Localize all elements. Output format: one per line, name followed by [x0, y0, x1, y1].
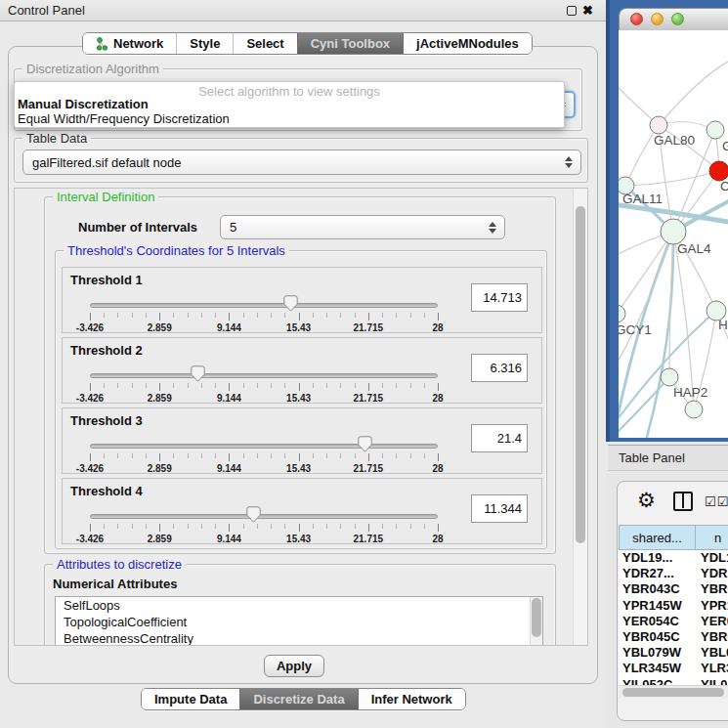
combo-spinner-icon[interactable] — [489, 222, 496, 234]
threshold-value-field[interactable] — [471, 354, 528, 382]
gear-icon[interactable]: ⚙ — [637, 489, 656, 512]
table-data-combobox[interactable]: galFiltered.sif default node — [22, 150, 581, 175]
minimize-traffic-light[interactable] — [651, 13, 664, 25]
slider-tick — [438, 524, 439, 532]
list-scrollbar[interactable] — [530, 597, 542, 646]
slider-tick — [410, 383, 411, 388]
table-hscrollbar-thumb[interactable] — [622, 688, 724, 697]
attribute-list-item[interactable]: SelfLoops — [56, 597, 542, 614]
tab-label: Infer Network — [371, 692, 452, 707]
attribute-list-item[interactable]: TopologicalCoefficient — [56, 614, 542, 630]
network-node[interactable] — [661, 368, 678, 386]
apply-button[interactable]: Apply — [264, 655, 324, 677]
table-row[interactable]: YDR27...YDR2 — [619, 566, 728, 581]
slider-thumb[interactable] — [358, 436, 372, 452]
slider-thumb[interactable] — [191, 365, 205, 382]
threshold-slider[interactable]: -3.4262.8599.14415.4321.71528 — [90, 508, 438, 543]
threshold-value-field[interactable] — [471, 494, 528, 523]
float-window-icon[interactable] — [567, 6, 577, 16]
select-columns-icon[interactable]: ☑☑ — [705, 494, 728, 509]
network-node[interactable] — [707, 121, 724, 139]
tab-cyni-toolbox[interactable]: Cyni Toolbox — [297, 33, 403, 54]
network-node[interactable] — [685, 401, 703, 418]
table-rows: YDL19...YDL1YDR27...YDR2YBR043CYBR0YPR14… — [619, 550, 728, 685]
network-node[interactable] — [709, 161, 728, 181]
dropdown-option[interactable]: Equal Width/Frequency Discretization — [15, 111, 564, 126]
slider-track[interactable] — [90, 303, 438, 308]
settings-scrollbar-thumb[interactable] — [576, 206, 585, 543]
slider-tick-labels: -3.4262.8599.14415.4321.71528 — [90, 534, 438, 545]
tab-select[interactable]: Select — [233, 33, 296, 54]
slider-tick — [215, 453, 216, 458]
group-title: Interval Definition — [53, 190, 158, 204]
tab-impute-data[interactable]: Impute Data — [142, 689, 239, 709]
tab-style[interactable]: Style — [176, 33, 233, 54]
close-traffic-light[interactable] — [630, 13, 643, 25]
table-row[interactable]: YDL19...YDL1 — [619, 550, 728, 566]
slider-tick — [396, 524, 397, 529]
zoom-traffic-light[interactable] — [671, 13, 684, 25]
numerical-attributes-list[interactable]: SelfLoopsTopologicalCoefficientBetweenne… — [55, 596, 543, 646]
table-row[interactable]: YBR045CYBR0 — [619, 629, 728, 645]
slider-tick — [104, 313, 105, 318]
network-canvas[interactable]: GAL80GACGAL11GAL4GCY1HHAP2 — [619, 30, 728, 438]
tab-jactivemnodules[interactable]: jActiveMNodules — [403, 33, 532, 54]
tab-network[interactable]: Network — [83, 33, 176, 54]
dropdown-option[interactable]: Manual Discretization — [15, 97, 564, 111]
table-row[interactable]: YBL079WYBL0 — [619, 645, 728, 661]
slider-track[interactable] — [90, 373, 438, 378]
slider-tick — [201, 383, 202, 388]
threshold-value-field[interactable] — [471, 283, 528, 312]
top-tabbar: NetworkStyleSelectCyni ToolboxjActiveMNo… — [82, 32, 533, 55]
slider-tick-label: 9.144 — [217, 463, 241, 474]
slider-tick — [159, 453, 160, 461]
number-of-intervals-combobox[interactable]: 5 — [220, 215, 505, 239]
table-row[interactable]: YER054CYER0 — [619, 614, 728, 629]
network-edge[interactable] — [619, 232, 673, 314]
slider-track[interactable] — [90, 444, 438, 449]
slider-thumb[interactable] — [246, 506, 261, 523]
slider-tick-label: -3.426 — [76, 534, 104, 544]
network-node[interactable] — [650, 116, 667, 134]
slider-tick — [117, 383, 118, 388]
slider-tick — [257, 383, 258, 388]
table-row[interactable]: YPR145WYPR1 — [619, 598, 728, 614]
threshold-value-field[interactable] — [471, 424, 528, 452]
table-row[interactable]: YLR345WYLR3 — [619, 661, 728, 676]
network-edge[interactable] — [625, 171, 719, 186]
list-scrollbar-thumb[interactable] — [532, 598, 541, 637]
tab-infer-network[interactable]: Infer Network — [358, 689, 465, 709]
slider-tick-label: 2.859 — [148, 393, 172, 404]
threshold-slider[interactable]: -3.4262.8599.14415.4321.71528 — [90, 367, 438, 403]
split-columns-icon[interactable] — [673, 492, 693, 511]
settings-scrollbar[interactable] — [573, 189, 587, 645]
slider-tick — [368, 383, 369, 391]
table-hscrollbar[interactable] — [619, 685, 728, 698]
slider-tick — [271, 383, 272, 388]
slider-tick — [201, 313, 202, 318]
column-header-1[interactable]: shared... — [619, 525, 696, 550]
slider-thumb[interactable] — [283, 295, 298, 312]
slider-tick — [173, 313, 174, 318]
dropdown-options: Manual DiscretizationEqual Width/Frequen… — [15, 97, 564, 126]
slider-tick-label: 21.715 — [354, 534, 384, 544]
tab-discretize-data[interactable]: Discretize Data — [239, 689, 357, 709]
attribute-list-item[interactable]: BetweennessCentrality — [56, 630, 542, 646]
threshold-slider[interactable]: -3.4262.8599.14415.4321.71528 — [90, 297, 438, 332]
network-node-label: GA — [722, 139, 728, 153]
group-title: Discretization Algorithm — [22, 62, 163, 76]
slider-tick — [355, 524, 356, 529]
network-node[interactable] — [619, 305, 625, 322]
slider-tick — [326, 313, 327, 318]
threshold-slider[interactable]: -3.4262.8599.14415.4321.71528 — [90, 438, 438, 473]
slider-track[interactable] — [90, 514, 438, 519]
combo-spinner-icon[interactable] — [565, 156, 573, 168]
network-edge[interactable] — [659, 58, 728, 125]
slider-tick-label: 9.144 — [217, 322, 241, 333]
threshold-title: Threshold 2 — [70, 343, 143, 358]
table-cell: YBR045C — [619, 629, 697, 645]
column-header-2[interactable]: n — [696, 525, 728, 550]
panel-title: Control Panel — [8, 3, 85, 18]
table-row[interactable]: YBR043CYBR0 — [619, 581, 728, 597]
close-icon[interactable]: ✖ — [582, 3, 593, 18]
